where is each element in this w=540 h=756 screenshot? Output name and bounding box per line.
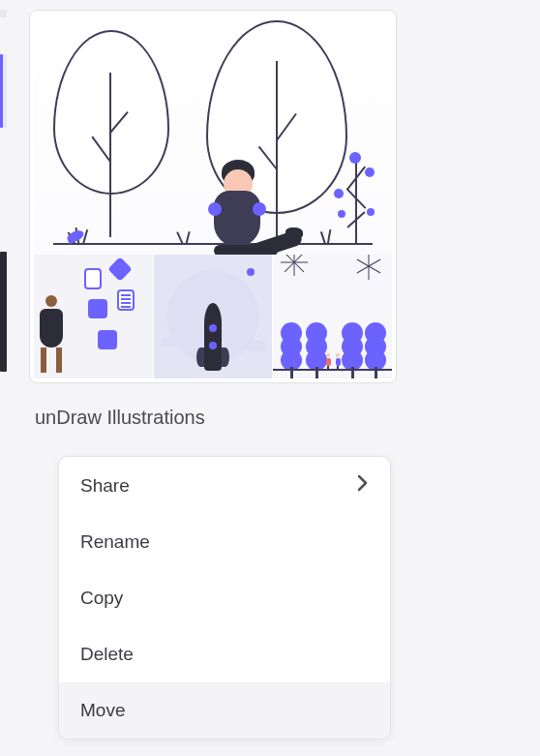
menu-item-label: Rename	[80, 531, 150, 553]
menu-item-copy[interactable]: Copy	[59, 570, 390, 626]
menu-item-label: Delete	[80, 644, 134, 665]
left-edge-preview	[0, 0, 10, 368]
menu-item-label: Share	[80, 475, 130, 497]
menu-item-delete[interactable]: Delete	[59, 626, 390, 682]
menu-item-share[interactable]: Share	[59, 457, 390, 514]
chevron-right-icon	[357, 474, 369, 497]
context-menu: Share Rename Copy Delete Move	[58, 456, 391, 740]
illustration-thumb-2	[153, 255, 273, 378]
asset-title: unDraw Illustrations	[35, 407, 540, 429]
menu-item-move[interactable]: Move	[59, 682, 390, 739]
menu-item-rename[interactable]: Rename	[59, 514, 390, 570]
asset-thumbnail[interactable]	[29, 10, 397, 383]
illustration-thumb-3	[272, 255, 392, 378]
illustration-thumb-1	[34, 255, 153, 378]
menu-item-label: Copy	[80, 588, 123, 609]
illustration-preview-main	[34, 15, 392, 255]
menu-item-label: Move	[80, 700, 125, 721]
